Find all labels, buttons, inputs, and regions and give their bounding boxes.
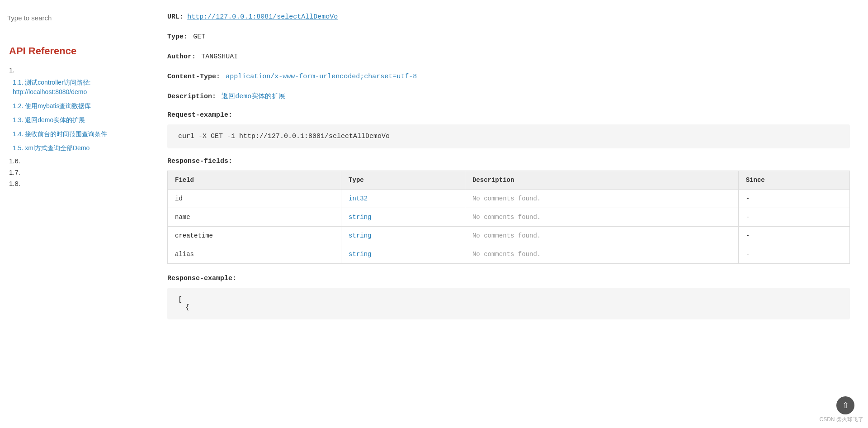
back-to-top-button[interactable]: ⇧ [836,396,854,414]
author-field: Author: TANGSHUAI [167,51,850,62]
content-type-value: application/x-www-form-urlencoded;charse… [226,73,417,81]
response-example-brace-open: { [178,304,839,311]
table-cell-type: string [341,245,465,264]
response-example-bracket-open: [ [178,296,839,304]
table-header-since: Since [738,171,849,190]
table-header-type: Type [341,171,465,190]
table-row: name string No comments found. - [168,208,850,227]
sidebar-item-1-8[interactable]: 1.8. [9,178,140,189]
description-value: 返回demo实体的扩展 [222,93,285,100]
sidebar-item-1-3[interactable]: 1.3. 返回demo实体的扩展 [9,113,140,127]
sidebar-item-1-2[interactable]: 1.2. 使用mybatis查询数据库 [9,99,140,113]
sidebar: API Reference 1. 1.1. 测试controller访问路径: … [0,0,149,428]
table-cell-description: No comments found. [465,190,738,208]
sidebar-title: API Reference [0,36,149,64]
table-header-field: Field [168,171,341,190]
type-field: Type: GET [167,31,850,43]
sidebar-item-1-6[interactable]: 1.6. [9,155,140,166]
sidebar-item-1-7[interactable]: 1.7. [9,166,140,178]
sidebar-item-1-4[interactable]: 1.4. 接收前台的时间范围查询条件 [9,127,140,141]
response-fields-table: Field Type Description Since id int32 No… [167,171,850,264]
type-label: Type: [167,33,188,41]
request-example-code: curl -X GET -i http://127.0.0.1:8081/sel… [167,124,850,148]
table-cell-since: - [738,208,849,227]
table-cell-since: - [738,190,849,208]
table-row: createtime string No comments found. - [168,227,850,245]
response-example-header: Response-example: [167,275,850,282]
content-type-field: Content-Type: application/x-www-form-url… [167,71,850,82]
table-cell-field: createtime [168,227,341,245]
sidebar-item-1-5[interactable]: 1.5. xml方式查询全部Demo [9,141,140,155]
response-example-code: [ { [167,288,850,319]
table-cell-description: No comments found. [465,208,738,227]
description-label: Description: [167,93,216,100]
table-cell-since: - [738,227,849,245]
url-link[interactable]: http://127.0.0.1:8081/selectAllDemoVo [187,13,338,21]
url-label: URL: [167,13,184,21]
nav-section: 1. 1.1. 测试controller访问路径: http://localho… [0,64,149,193]
search-input[interactable] [7,14,142,22]
sidebar-item-1-1[interactable]: 1.1. 测试controller访问路径: http://localhost:… [9,76,140,99]
table-cell-description: No comments found. [465,245,738,264]
search-box[interactable] [0,0,149,36]
table-row: alias string No comments found. - [168,245,850,264]
table-cell-field: id [168,190,341,208]
table-cell-field: name [168,208,341,227]
table-cell-description: No comments found. [465,227,738,245]
watermark: CSDN @火球飞了 [819,416,863,423]
author-label: Author: [167,53,196,61]
table-cell-type: int32 [341,190,465,208]
table-row: id int32 No comments found. - [168,190,850,208]
table-header-description: Description [465,171,738,190]
type-value: GET [193,33,205,41]
content-type-label: Content-Type: [167,73,220,81]
table-cell-type: string [341,208,465,227]
response-fields-header: Response-fields: [167,157,850,165]
description-field: Description: 返回demo实体的扩展 [167,90,850,102]
table-cell-type: string [341,227,465,245]
url-field: URL: http://127.0.0.1:8081/selectAllDemo… [167,11,850,23]
table-cell-field: alias [168,245,341,264]
table-cell-since: - [738,245,849,264]
main-content: URL: http://127.0.0.1:8081/selectAllDemo… [149,0,868,428]
author-value: TANGSHUAI [201,53,238,61]
request-example-header: Request-example: [167,111,850,119]
sidebar-item-1[interactable]: 1. [9,64,140,76]
